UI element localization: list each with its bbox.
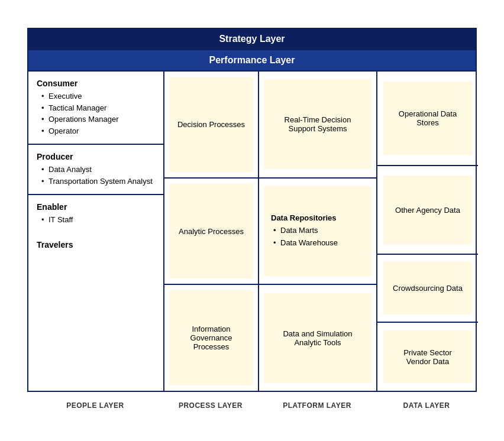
analytic-processes-label: Analytic Processes — [179, 227, 244, 236]
strategy-layer-header: Strategy Layer — [27, 28, 477, 50]
realtime-container: Real-Time Decision Support Systems — [259, 72, 376, 179]
decision-processes-container: Decision Processes — [164, 72, 258, 179]
platform-layer-label: PLATFORM LAYER — [258, 398, 376, 413]
other-agency-container: Other Agency Data — [377, 166, 478, 255]
analytic-processes-container: Analytic Processes — [164, 179, 258, 286]
producer-title: Producer — [37, 152, 155, 161]
list-item: Tactical Manager — [41, 102, 155, 114]
list-item: Data Marts — [273, 225, 338, 237]
crowdsourcing-container: Crowdsourcing Data — [377, 255, 478, 323]
repos-cell: Data Repositories Data Marts Data Wareho… — [264, 186, 371, 276]
data-column: Operational Data Stores Other Agency Dat… — [377, 72, 478, 391]
enabler-list: IT Staff — [37, 214, 155, 226]
bottom-labels: PEOPLE LAYER PROCESS LAYER PLATFORM LAYE… — [27, 398, 477, 413]
decision-processes-label: Decision Processes — [177, 120, 245, 129]
list-item: Executive — [41, 90, 155, 102]
diagram-wrapper: Strategy Layer Performance Layer Consume… — [27, 28, 477, 413]
repos-list: Data Marts Data Warehouse — [271, 225, 338, 249]
list-item: Data Analyst — [41, 164, 155, 176]
list-item: IT Staff — [41, 214, 155, 226]
producer-list: Data Analyst Transportation System Analy… — [37, 164, 155, 187]
travelers-title: Travelers — [37, 240, 155, 249]
process-column: Decision Processes Analytic Processes In… — [164, 72, 259, 391]
crowdsourcing-cell: Crowdsourcing Data — [383, 262, 472, 314]
list-item: Operator — [41, 125, 155, 137]
repos-title: Data Repositories — [271, 213, 337, 222]
simulation-container: Data and Simulation Analytic Tools — [259, 285, 376, 391]
process-layer-label: PROCESS LAYER — [163, 398, 258, 413]
enabler-travelers-section: Enabler IT Staff Travelers — [28, 195, 163, 391]
private-sector-cell: Private Sector Vendor Data — [383, 330, 472, 384]
consumer-title: Consumer — [37, 79, 155, 88]
repos-container: Data Repositories Data Marts Data Wareho… — [259, 179, 376, 286]
list-item: Transportation System Analyst — [41, 176, 155, 187]
crowdsourcing-label: Crowdsourcing Data — [393, 284, 463, 293]
people-layer-label: PEOPLE LAYER — [27, 398, 163, 413]
data-layer-label: DATA LAYER — [376, 398, 477, 413]
simulation-label: Data and Simulation Analytic Tools — [271, 329, 364, 347]
enabler-title: Enabler — [37, 202, 155, 212]
operational-container: Operational Data Stores — [377, 72, 478, 166]
realtime-label: Real-Time Decision Support Systems — [271, 115, 364, 133]
decision-processes-cell: Decision Processes — [169, 77, 253, 172]
consumer-list: Executive Tactical Manager Operations Ma… — [37, 90, 155, 137]
people-column: Consumer Executive Tactical Manager Oper… — [28, 72, 164, 391]
other-agency-label: Other Agency Data — [395, 206, 460, 215]
performance-layer-header: Performance Layer — [27, 50, 477, 72]
operational-label: Operational Data Stores — [390, 109, 465, 127]
governance-processes-cell: Information Governance Processes — [169, 290, 253, 385]
governance-processes-container: Information Governance Processes — [164, 285, 258, 391]
list-item: Data Warehouse — [273, 237, 338, 249]
other-agency-cell: Other Agency Data — [383, 176, 472, 244]
operational-cell: Operational Data Stores — [383, 82, 472, 154]
simulation-cell: Data and Simulation Analytic Tools — [264, 293, 371, 383]
private-sector-container: Private Sector Vendor Data — [377, 323, 478, 391]
consumer-section: Consumer Executive Tactical Manager Oper… — [28, 72, 163, 145]
realtime-cell: Real-Time Decision Support Systems — [264, 79, 371, 169]
platform-column: Real-Time Decision Support Systems Data … — [259, 72, 377, 391]
main-grid: Consumer Executive Tactical Manager Oper… — [27, 72, 477, 392]
private-sector-label: Private Sector Vendor Data — [390, 348, 465, 366]
analytic-processes-cell: Analytic Processes — [169, 184, 253, 279]
list-item: Operations Manager — [41, 114, 155, 125]
producer-section: Producer Data Analyst Transportation Sys… — [28, 145, 163, 195]
governance-processes-label: Information Governance Processes — [176, 325, 246, 351]
